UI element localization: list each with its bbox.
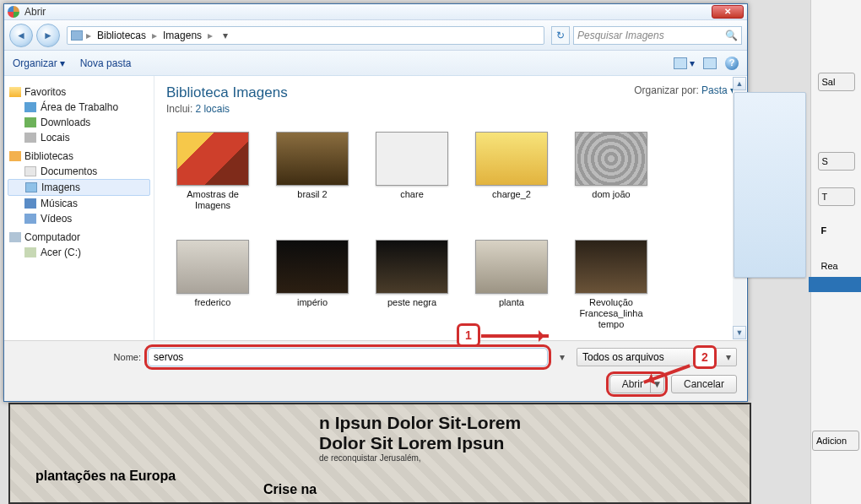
bg-headline-2: Dolor Sit Lorem Ipsun <box>319 433 623 453</box>
file-item[interactable]: Amostras de Imagens <box>166 128 259 214</box>
bg-blue-bar <box>809 277 861 292</box>
file-item[interactable]: peste negra <box>366 236 458 333</box>
download-icon <box>24 117 36 127</box>
forward-button[interactable]: ► <box>36 24 60 47</box>
thumbnail-icon <box>176 132 249 186</box>
file-name: Amostras de Imagens <box>170 189 256 211</box>
help-icon[interactable]: ? <box>725 57 739 70</box>
chevron-down-icon: ▾ <box>726 351 731 363</box>
chevron-down-icon: ▾ <box>60 57 65 69</box>
address-bar-row: ◄ ► ▸ Bibliotecas ▸ Imagens ▸ ▾ ↻ Pesqui… <box>4 20 747 51</box>
file-name: brasil 2 <box>297 189 327 200</box>
nav-item-label: Área de Trabalho <box>41 101 118 113</box>
bg-save-button[interactable]: Sal <box>818 73 855 91</box>
bg-t-button[interactable]: T <box>818 187 855 206</box>
file-item[interactable]: dom joão <box>565 128 658 214</box>
vertical-scrollbar[interactable]: ▲ ▼ <box>733 77 746 339</box>
libraries-header[interactable]: Bibliotecas <box>9 150 149 162</box>
bg-rea-label: Rea <box>818 258 855 277</box>
organize-by-menu[interactable]: Pasta ▾ <box>701 84 735 96</box>
thumbnail-icon <box>575 132 647 186</box>
desktop-icon <box>24 102 36 112</box>
organize-menu[interactable]: Organizar ▾ <box>13 57 65 69</box>
nav-videos[interactable]: Vídeos <box>8 211 150 226</box>
file-name: planta <box>499 297 524 308</box>
bg-s-button[interactable]: S <box>818 152 855 171</box>
includes-link[interactable]: 2 locais <box>195 103 230 115</box>
cancel-label: Cancelar <box>684 378 724 390</box>
video-icon <box>24 214 36 224</box>
scroll-thumb[interactable] <box>734 92 806 278</box>
new-folder-button[interactable]: Nova pasta <box>80 57 132 69</box>
close-button[interactable]: ✕ <box>712 5 744 19</box>
favorites-header[interactable]: Favoritos <box>9 86 149 98</box>
nav-downloads[interactable]: Downloads <box>8 115 150 130</box>
file-item[interactable]: charge_2 <box>465 128 558 214</box>
nav-locals[interactable]: Locais <box>8 130 150 145</box>
filename-dropdown[interactable]: ▾ <box>555 351 570 363</box>
folder-icon <box>71 30 83 41</box>
library-icon <box>9 151 21 161</box>
preview-pane-icon[interactable] <box>703 57 717 69</box>
new-folder-label: Nova pasta <box>80 57 132 69</box>
nav-documents[interactable]: Documentos <box>8 164 150 179</box>
file-item[interactable]: império <box>266 236 359 333</box>
file-item[interactable]: brasil 2 <box>266 128 359 214</box>
thumbnail-icon <box>276 132 349 186</box>
callout-badge-1: 1 <box>457 323 480 347</box>
music-icon <box>24 198 36 209</box>
computer-header[interactable]: Computador <box>9 231 149 243</box>
search-input[interactable]: Pesquisar Imagens 🔍 <box>573 26 742 45</box>
thumbnail-icon <box>475 240 548 294</box>
file-item[interactable]: chare <box>366 128 458 214</box>
chevron-down-icon: ▾ <box>690 57 695 69</box>
thumbnail-icon <box>475 132 548 186</box>
file-item[interactable]: frederico <box>166 236 259 333</box>
images-icon <box>25 182 37 192</box>
filter-label: Todos os arquivos <box>582 351 664 363</box>
breadcrumb-folder[interactable]: Imagens <box>160 30 204 41</box>
nav-item-label: Vídeos <box>41 213 72 225</box>
navigation-pane: Favoritos Área de Trabalho Downloads Loc… <box>4 76 154 340</box>
file-name: peste negra <box>387 297 436 308</box>
bg-f-label: F <box>818 223 855 241</box>
file-grid: Amostras de Imagens brasil 2 chare charg… <box>166 128 735 340</box>
file-name: Revolução Francesa_linha tempo <box>568 297 654 330</box>
back-button[interactable]: ◄ <box>9 24 33 47</box>
chevron-right-icon: ▸ <box>208 30 213 41</box>
nav-drive-c[interactable]: Acer (C:) <box>8 245 150 260</box>
bg-crise-text: Crise na <box>263 482 317 497</box>
places-icon <box>24 133 36 143</box>
filename-input[interactable] <box>148 348 548 366</box>
organize-by-label: Organizar por: <box>634 84 699 96</box>
breadcrumb[interactable]: ▸ Bibliotecas ▸ Imagens ▸ ▾ <box>67 26 544 45</box>
nav-desktop[interactable]: Área de Trabalho <box>8 100 150 115</box>
file-name: dom joão <box>592 189 630 200</box>
thumbnail-icon <box>376 132 448 186</box>
file-item[interactable]: Revolução Francesa_linha tempo <box>565 236 658 333</box>
nav-music[interactable]: Músicas <box>8 196 150 211</box>
bg-add-button[interactable]: Adicion <box>812 431 859 451</box>
thumbnail-icon <box>276 240 349 294</box>
filename-label: Nome: <box>14 352 141 362</box>
command-bar: Organizar ▾ Nova pasta ▾ ? <box>4 51 747 76</box>
breadcrumb-dropdown[interactable]: ▾ <box>216 30 235 41</box>
file-item[interactable]: planta <box>465 236 558 333</box>
file-name: chare <box>400 189 424 200</box>
bg-newspaper: plantações na Europa Crise na n Ipsun Do… <box>8 403 751 504</box>
file-list-pane: Biblioteca Imagens Inclui: 2 locais Orga… <box>154 76 747 340</box>
breadcrumb-root[interactable]: Bibliotecas <box>95 30 149 41</box>
nav-images[interactable]: Imagens <box>8 179 150 196</box>
open-dialog: Abrir ✕ ◄ ► ▸ Bibliotecas ▸ Imagens ▸ ▾ … <box>3 3 748 402</box>
open-label: Abrir <box>622 378 643 390</box>
refresh-button[interactable]: ↻ <box>551 26 570 45</box>
organize-label: Organizar <box>13 57 57 69</box>
scroll-up-button[interactable]: ▲ <box>733 77 746 90</box>
nav-item-label: Acer (C:) <box>41 247 81 258</box>
thumbnail-icon <box>575 240 647 294</box>
library-title: Biblioteca Imagens <box>166 84 288 101</box>
file-name: charge_2 <box>492 189 531 200</box>
view-menu[interactable]: ▾ <box>674 57 695 69</box>
scroll-down-button[interactable]: ▼ <box>733 326 746 339</box>
cancel-button[interactable]: Cancelar <box>671 375 737 393</box>
